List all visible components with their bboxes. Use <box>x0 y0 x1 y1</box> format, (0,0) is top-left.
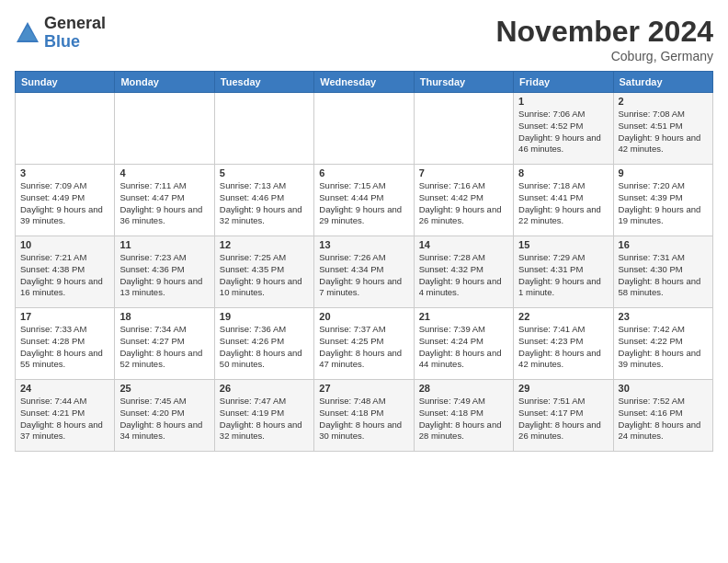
calendar-header-row: SundayMondayTuesdayWednesdayThursdayFrid… <box>16 72 713 93</box>
weekday-header: Friday <box>514 72 613 93</box>
calendar-week-row: 10Sunrise: 7:21 AMSunset: 4:38 PMDayligh… <box>16 236 713 308</box>
page: General Blue November 2024 Coburg, Germa… <box>0 0 728 461</box>
day-number: 22 <box>518 311 608 322</box>
calendar-cell: 26Sunrise: 7:47 AMSunset: 4:19 PMDayligh… <box>214 380 313 452</box>
calendar-cell: 8Sunrise: 7:18 AMSunset: 4:41 PMDaylight… <box>514 165 613 236</box>
calendar-week-row: 24Sunrise: 7:44 AMSunset: 4:21 PMDayligh… <box>16 380 713 452</box>
day-number: 5 <box>220 167 309 178</box>
calendar-table: SundayMondayTuesdayWednesdayThursdayFrid… <box>15 71 713 452</box>
day-info: Sunrise: 7:37 AMSunset: 4:25 PMDaylight:… <box>319 324 408 371</box>
calendar-cell: 5Sunrise: 7:13 AMSunset: 4:46 PMDaylight… <box>214 165 313 236</box>
day-info: Sunrise: 7:26 AMSunset: 4:34 PMDaylight:… <box>319 252 408 299</box>
calendar-cell: 7Sunrise: 7:16 AMSunset: 4:42 PMDaylight… <box>414 165 513 236</box>
logo: General Blue <box>15 15 106 52</box>
day-info: Sunrise: 7:18 AMSunset: 4:41 PMDaylight:… <box>518 180 608 227</box>
calendar-cell <box>214 93 313 165</box>
day-number: 7 <box>419 167 508 178</box>
day-number: 23 <box>619 311 708 322</box>
day-info: Sunrise: 7:08 AMSunset: 4:51 PMDaylight:… <box>619 109 708 155</box>
day-info: Sunrise: 7:47 AMSunset: 4:19 PMDaylight:… <box>220 396 309 442</box>
day-number: 24 <box>20 383 109 394</box>
day-number: 8 <box>518 167 608 178</box>
weekday-header: Wednesday <box>314 72 414 93</box>
day-info: Sunrise: 7:15 AMSunset: 4:44 PMDaylight:… <box>319 180 408 227</box>
day-info: Sunrise: 7:16 AMSunset: 4:42 PMDaylight:… <box>419 180 508 227</box>
day-number: 21 <box>419 311 508 322</box>
day-info: Sunrise: 7:34 AMSunset: 4:27 PMDaylight:… <box>119 324 209 371</box>
day-number: 16 <box>619 239 708 250</box>
day-number: 25 <box>119 383 209 394</box>
day-number: 6 <box>319 167 408 178</box>
day-info: Sunrise: 7:28 AMSunset: 4:32 PMDaylight:… <box>419 252 508 299</box>
calendar-cell: 9Sunrise: 7:20 AMSunset: 4:39 PMDaylight… <box>613 165 712 236</box>
weekday-header: Tuesday <box>214 72 313 93</box>
day-number: 28 <box>419 383 508 394</box>
logo-general: General <box>44 15 106 33</box>
calendar-cell: 25Sunrise: 7:45 AMSunset: 4:20 PMDayligh… <box>115 380 214 452</box>
weekday-header: Sunday <box>16 72 115 93</box>
location: Coburg, Germany <box>495 49 713 63</box>
day-number: 18 <box>119 311 209 322</box>
calendar-cell <box>16 93 115 165</box>
day-number: 13 <box>319 239 408 250</box>
calendar-cell: 4Sunrise: 7:11 AMSunset: 4:47 PMDaylight… <box>115 165 214 236</box>
calendar-cell <box>414 93 513 165</box>
calendar-cell <box>115 93 214 165</box>
calendar-cell: 28Sunrise: 7:49 AMSunset: 4:18 PMDayligh… <box>414 380 513 452</box>
calendar-cell: 20Sunrise: 7:37 AMSunset: 4:25 PMDayligh… <box>314 308 414 380</box>
day-number: 26 <box>220 383 309 394</box>
day-info: Sunrise: 7:11 AMSunset: 4:47 PMDaylight:… <box>119 180 209 227</box>
day-number: 3 <box>20 167 109 178</box>
day-info: Sunrise: 7:13 AMSunset: 4:46 PMDaylight:… <box>220 180 309 227</box>
day-info: Sunrise: 7:29 AMSunset: 4:31 PMDaylight:… <box>518 252 608 299</box>
calendar-cell: 14Sunrise: 7:28 AMSunset: 4:32 PMDayligh… <box>414 236 513 308</box>
day-info: Sunrise: 7:41 AMSunset: 4:23 PMDaylight:… <box>518 324 608 371</box>
calendar-cell: 11Sunrise: 7:23 AMSunset: 4:36 PMDayligh… <box>115 236 214 308</box>
day-number: 20 <box>319 311 408 322</box>
day-number: 17 <box>20 311 109 322</box>
day-info: Sunrise: 7:44 AMSunset: 4:21 PMDaylight:… <box>20 396 109 442</box>
calendar-cell: 21Sunrise: 7:39 AMSunset: 4:24 PMDayligh… <box>414 308 513 380</box>
title-area: November 2024 Coburg, Germany <box>495 15 713 63</box>
day-info: Sunrise: 7:49 AMSunset: 4:18 PMDaylight:… <box>419 396 508 442</box>
day-info: Sunrise: 7:06 AMSunset: 4:52 PMDaylight:… <box>518 109 608 155</box>
day-info: Sunrise: 7:52 AMSunset: 4:16 PMDaylight:… <box>619 396 708 442</box>
day-info: Sunrise: 7:42 AMSunset: 4:22 PMDaylight:… <box>619 324 708 371</box>
day-number: 19 <box>220 311 309 322</box>
header: General Blue November 2024 Coburg, Germa… <box>15 15 713 63</box>
day-info: Sunrise: 7:31 AMSunset: 4:30 PMDaylight:… <box>619 252 708 299</box>
day-number: 29 <box>518 383 608 394</box>
weekday-header: Thursday <box>414 72 513 93</box>
day-number: 9 <box>619 167 708 178</box>
calendar-week-row: 3Sunrise: 7:09 AMSunset: 4:49 PMDaylight… <box>16 165 713 236</box>
day-info: Sunrise: 7:25 AMSunset: 4:35 PMDaylight:… <box>220 252 309 299</box>
day-info: Sunrise: 7:20 AMSunset: 4:39 PMDaylight:… <box>619 180 708 227</box>
calendar-cell: 17Sunrise: 7:33 AMSunset: 4:28 PMDayligh… <box>16 308 115 380</box>
calendar-cell: 27Sunrise: 7:48 AMSunset: 4:18 PMDayligh… <box>314 380 414 452</box>
day-number: 11 <box>119 239 209 250</box>
calendar-cell: 15Sunrise: 7:29 AMSunset: 4:31 PMDayligh… <box>514 236 613 308</box>
day-info: Sunrise: 7:09 AMSunset: 4:49 PMDaylight:… <box>20 180 109 227</box>
calendar-cell: 23Sunrise: 7:42 AMSunset: 4:22 PMDayligh… <box>613 308 712 380</box>
day-number: 10 <box>20 239 109 250</box>
day-number: 2 <box>619 96 708 107</box>
day-number: 12 <box>220 239 309 250</box>
calendar-cell: 10Sunrise: 7:21 AMSunset: 4:38 PMDayligh… <box>16 236 115 308</box>
day-info: Sunrise: 7:23 AMSunset: 4:36 PMDaylight:… <box>119 252 209 299</box>
calendar-week-row: 1Sunrise: 7:06 AMSunset: 4:52 PMDaylight… <box>16 93 713 165</box>
day-number: 4 <box>119 167 209 178</box>
calendar-cell: 29Sunrise: 7:51 AMSunset: 4:17 PMDayligh… <box>514 380 613 452</box>
day-number: 1 <box>518 96 608 107</box>
calendar-cell: 1Sunrise: 7:06 AMSunset: 4:52 PMDaylight… <box>514 93 613 165</box>
day-number: 15 <box>518 239 608 250</box>
weekday-header: Saturday <box>613 72 712 93</box>
day-info: Sunrise: 7:45 AMSunset: 4:20 PMDaylight:… <box>119 396 209 442</box>
day-number: 14 <box>419 239 508 250</box>
calendar-week-row: 17Sunrise: 7:33 AMSunset: 4:28 PMDayligh… <box>16 308 713 380</box>
calendar-cell: 16Sunrise: 7:31 AMSunset: 4:30 PMDayligh… <box>613 236 712 308</box>
logo-icon <box>15 20 40 46</box>
calendar-cell: 6Sunrise: 7:15 AMSunset: 4:44 PMDaylight… <box>314 165 414 236</box>
day-info: Sunrise: 7:36 AMSunset: 4:26 PMDaylight:… <box>220 324 309 371</box>
day-number: 30 <box>619 383 708 394</box>
month-title: November 2024 <box>495 15 713 49</box>
